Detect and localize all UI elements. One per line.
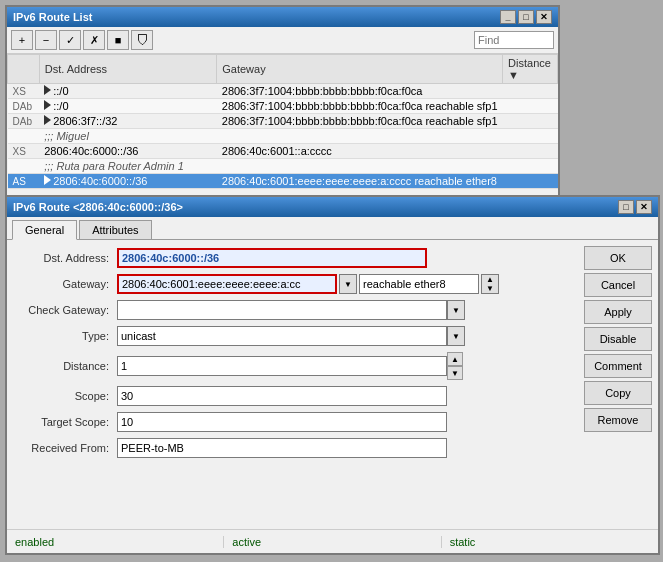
copy-button[interactable]: Copy — [584, 381, 652, 405]
route-detail-titlebar: IPv6 Route <2806:40c:6000::/36> □ ✕ — [7, 197, 658, 217]
distance-down-btn[interactable]: ▼ — [447, 366, 463, 380]
minimize-btn[interactable]: _ — [500, 10, 516, 24]
table-row[interactable]: DAb ::/0 2806:3f7:1004:bbbb:bbbb:bbbb:f0… — [8, 99, 558, 114]
route-detail-controls: □ ✕ — [618, 200, 652, 214]
remove-button[interactable]: Remove — [584, 408, 652, 432]
table-row[interactable]: XS ::/0 2806:3f7:1004:bbbb:bbbb:bbbb:f0c… — [8, 84, 558, 99]
tab-bar: General Attributes — [7, 217, 658, 240]
check-gateway-row: Check Gateway: ▼ — [17, 300, 568, 320]
row-comment: ;;; Ruta para Router Admin 1 — [39, 159, 557, 174]
route-list-controls: _ □ ✕ — [500, 10, 552, 24]
type-row: Type: ▼ — [17, 326, 568, 346]
scope-label: Scope: — [17, 390, 117, 402]
row-flag — [8, 159, 40, 174]
copy-item-btn[interactable]: ■ — [107, 30, 129, 50]
tab-attributes[interactable]: Attributes — [79, 220, 151, 239]
add-btn[interactable]: + — [11, 30, 33, 50]
col-dst[interactable]: Dst. Address — [39, 55, 217, 84]
row-comment: ;;; Miguel — [39, 129, 557, 144]
row-gateway: 2806:40c:6001::a:cccc — [217, 144, 503, 159]
dst-address-input[interactable] — [117, 248, 427, 268]
side-buttons-panel: OK Cancel Apply Disable Comment Copy Rem… — [578, 240, 658, 546]
status-active: active — [224, 536, 441, 548]
cross-btn[interactable]: ✗ — [83, 30, 105, 50]
row-dst: 2806:3f7::/32 — [39, 114, 217, 129]
route-list-title: IPv6 Route List — [13, 11, 92, 23]
table-row[interactable]: ;;; Ruta para Router Admin 1 — [8, 159, 558, 174]
detail-minimize-btn[interactable]: □ — [618, 200, 634, 214]
dst-address-row: Dst. Address: — [17, 248, 568, 268]
target-scope-label: Target Scope: — [17, 416, 117, 428]
row-flag: XS — [8, 144, 40, 159]
row-dst: 2806:40c:6000::/36 — [39, 174, 217, 189]
distance-input[interactable] — [117, 356, 447, 376]
status-bar: enabled active static — [7, 529, 658, 553]
gateway-input[interactable] — [117, 274, 337, 294]
type-dropdown[interactable]: ▼ — [447, 326, 465, 346]
distance-label: Distance: — [17, 360, 117, 372]
row-distance — [503, 144, 558, 159]
row-gateway: 2806:3f7:1004:bbbb:bbbb:bbbb:f0ca:f0ca r… — [217, 99, 503, 114]
route-detail-window: IPv6 Route <2806:40c:6000::/36> □ ✕ Gene… — [5, 195, 660, 555]
check-gateway-label: Check Gateway: — [17, 304, 117, 316]
form-area: Dst. Address: Gateway: ▼ ▲▼ Check Gatewa… — [7, 240, 578, 546]
route-list-titlebar: IPv6 Route List _ □ ✕ — [7, 7, 558, 27]
row-gateway: 2806:3f7:1004:bbbb:bbbb:bbbb:f0ca:f0ca r… — [217, 114, 503, 129]
row-distance — [503, 99, 558, 114]
type-label: Type: — [17, 330, 117, 342]
row-flag: DAb — [8, 114, 40, 129]
search-input[interactable] — [474, 31, 554, 49]
received-from-label: Received From: — [17, 442, 117, 454]
disable-button[interactable]: Disable — [584, 327, 652, 351]
gateway-label: Gateway: — [17, 278, 117, 290]
row-distance — [503, 84, 558, 99]
row-dst: ::/0 — [39, 84, 217, 99]
status-enabled: enabled — [7, 536, 224, 548]
check-btn[interactable]: ✓ — [59, 30, 81, 50]
comment-button[interactable]: Comment — [584, 354, 652, 378]
cancel-button[interactable]: Cancel — [584, 273, 652, 297]
scope-input[interactable] — [117, 386, 447, 406]
row-gateway: 2806:40c:6001:eeee:eeee:eeee:a:cccc reac… — [217, 174, 503, 189]
gateway-dropdown-btn[interactable]: ▼ — [339, 274, 357, 294]
delete-btn[interactable]: − — [35, 30, 57, 50]
received-from-input[interactable] — [117, 438, 447, 458]
maximize-btn[interactable]: □ — [518, 10, 534, 24]
close-btn[interactable]: ✕ — [536, 10, 552, 24]
col-flag — [8, 55, 40, 84]
gateway-input-group: ▼ ▲▼ — [117, 274, 499, 294]
target-scope-row: Target Scope: — [17, 412, 568, 432]
arrow-icon — [44, 85, 51, 95]
ok-button[interactable]: OK — [584, 246, 652, 270]
arrow-icon — [44, 100, 51, 110]
row-flag: XS — [8, 84, 40, 99]
distance-up-btn[interactable]: ▲ — [447, 352, 463, 366]
row-flag — [8, 129, 40, 144]
row-dst: ::/0 — [39, 99, 217, 114]
table-row[interactable]: AS 2806:40c:6000::/36 2806:40c:6001:eeee… — [8, 174, 558, 189]
table-row[interactable]: DAb 2806:3f7::/32 2806:3f7:1004:bbbb:bbb… — [8, 114, 558, 129]
table-row[interactable]: XS 2806:40c:6000::/36 2806:40c:6001::a:c… — [8, 144, 558, 159]
gateway-row: Gateway: ▼ ▲▼ — [17, 274, 568, 294]
table-row[interactable]: ;;; Miguel — [8, 129, 558, 144]
gateway-text2-dropdown[interactable]: ▲▼ — [481, 274, 499, 294]
col-distance[interactable]: Distance ▼ — [503, 55, 558, 84]
row-distance — [503, 114, 558, 129]
type-input[interactable] — [117, 326, 447, 346]
route-table: Dst. Address Gateway Distance ▼ XS ::/0 … — [7, 54, 558, 189]
gateway-text2[interactable] — [359, 274, 479, 294]
col-gateway[interactable]: Gateway — [217, 55, 503, 84]
apply-button[interactable]: Apply — [584, 300, 652, 324]
route-detail-title: IPv6 Route <2806:40c:6000::/36> — [13, 201, 183, 213]
received-from-row: Received From: — [17, 438, 568, 458]
row-dst: 2806:40c:6000::/36 — [39, 144, 217, 159]
check-gateway-dropdown[interactable]: ▼ — [447, 300, 465, 320]
route-list-window: IPv6 Route List _ □ ✕ + − ✓ ✗ ■ ⛉ Dst. A… — [5, 5, 560, 220]
filter-btn[interactable]: ⛉ — [131, 30, 153, 50]
arrow-icon — [44, 175, 51, 185]
check-gateway-input[interactable] — [117, 300, 447, 320]
tab-general[interactable]: General — [12, 220, 77, 240]
target-scope-input[interactable] — [117, 412, 447, 432]
detail-close-btn[interactable]: ✕ — [636, 200, 652, 214]
route-list-toolbar: + − ✓ ✗ ■ ⛉ — [7, 27, 558, 54]
